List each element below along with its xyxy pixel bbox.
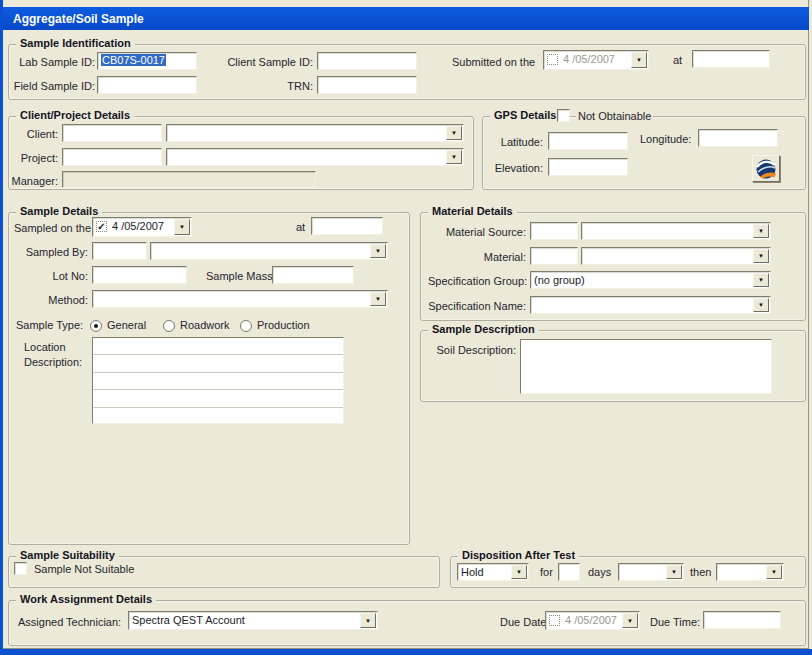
disposition-hold-dropdown-icon[interactable]: ▼	[511, 565, 527, 579]
disposition-then-label: then	[690, 566, 711, 578]
client-code-input[interactable]	[62, 124, 162, 142]
specification-name-dropdown-icon[interactable]: ▼	[753, 298, 769, 312]
group-title-sample-suitability: Sample Suitability	[16, 549, 119, 561]
sampled-date-checkbox[interactable]: ✓	[96, 221, 107, 232]
material-code-input[interactable]	[530, 247, 578, 265]
material-source-dropdown-icon[interactable]: ▼	[753, 224, 769, 238]
longitude-input[interactable]	[698, 129, 778, 147]
material-label: Material:	[428, 251, 526, 263]
sample-type-label: Sample Type:	[16, 319, 83, 331]
submitted-at-label: at	[673, 54, 682, 66]
client-combo-dropdown-icon[interactable]: ▼	[446, 126, 462, 140]
client-label: Client:	[10, 128, 58, 140]
specification-group-value: (no group)	[534, 274, 752, 286]
due-time-label: Due Time:	[650, 616, 700, 628]
submitted-date-picker[interactable]: 4 /05/2007 ▼	[543, 50, 649, 70]
location-description-input[interactable]	[92, 337, 344, 424]
disposition-days-label: days	[588, 566, 611, 578]
sampled-at-label: at	[296, 221, 305, 233]
submitted-on-label: Submitted on the	[452, 56, 535, 68]
project-code-input[interactable]	[62, 148, 162, 166]
aggregate-soil-sample-window: Aggregate/Soil Sample Sample Identificat…	[0, 0, 812, 655]
disposition-hold-combo[interactable]: Hold ▼	[457, 563, 529, 581]
specification-group-dropdown-icon[interactable]: ▼	[753, 273, 769, 287]
material-dropdown-icon[interactable]: ▼	[753, 249, 769, 263]
sample-not-suitable-label: Sample Not Suitable	[34, 563, 134, 575]
specification-name-combo[interactable]: ▼	[530, 296, 771, 314]
group-title-client-project: Client/Project Details	[16, 109, 134, 121]
client-sample-id-label: Client Sample ID:	[225, 56, 313, 68]
submitted-date-value: 4 /05/2007	[563, 53, 615, 65]
sample-not-suitable-checkbox[interactable]	[14, 562, 27, 575]
disposition-then-combo[interactable]: ▼	[716, 563, 784, 581]
disposition-then-dropdown-icon[interactable]: ▼	[766, 565, 782, 579]
sampled-date-value: 4 /05/2007	[112, 220, 164, 232]
soil-description-textarea[interactable]	[520, 339, 772, 394]
disposition-days-combo[interactable]: ▼	[618, 563, 684, 581]
elevation-input[interactable]	[548, 158, 628, 176]
soil-description-label: Soil Description:	[425, 344, 516, 356]
assigned-technician-value: Spectra QEST Account	[132, 614, 359, 626]
gps-globe-button[interactable]	[752, 155, 780, 182]
material-source-label: Material Source:	[428, 226, 526, 238]
due-date-checkbox[interactable]	[549, 615, 560, 626]
method-label: Method:	[30, 294, 88, 306]
specification-group-combo[interactable]: (no group) ▼	[530, 271, 771, 289]
window-left-edge	[0, 0, 3, 655]
project-combo[interactable]: ▼	[166, 148, 464, 166]
trn-input[interactable]	[317, 76, 417, 94]
sampled-by-dropdown-icon[interactable]: ▼	[370, 244, 386, 258]
material-source-code-input[interactable]	[530, 222, 578, 240]
lab-sample-id-label: Lab Sample ID:	[10, 56, 95, 68]
radio-production[interactable]	[240, 320, 252, 332]
due-date-dropdown-icon[interactable]: ▼	[622, 613, 638, 628]
method-combo[interactable]: ▼	[92, 290, 388, 308]
window-titlebar[interactable]: Aggregate/Soil Sample	[3, 7, 809, 30]
radio-roadwork-label: Roadwork	[180, 319, 230, 331]
sampled-date-dropdown-icon[interactable]: ▼	[174, 219, 190, 235]
material-combo[interactable]: ▼	[581, 247, 771, 265]
radio-general[interactable]	[90, 320, 102, 332]
disposition-hold-value: Hold	[461, 566, 510, 578]
submitted-date-dropdown-icon[interactable]: ▼	[631, 52, 647, 68]
sample-mass-input[interactable]	[272, 266, 354, 284]
longitude-label: Longitude:	[640, 133, 691, 145]
sampled-by-code-input[interactable]	[92, 242, 147, 260]
window-bottom-edge	[0, 649, 812, 655]
group-title-sample-description: Sample Description	[428, 323, 539, 335]
assigned-technician-dropdown-icon[interactable]: ▼	[360, 613, 376, 628]
radio-roadwork[interactable]	[163, 320, 175, 332]
sampled-by-label: Sampled By:	[20, 246, 88, 258]
latitude-input[interactable]	[548, 132, 628, 150]
specification-group-label: Specification Group:	[428, 275, 526, 287]
project-label: Project:	[10, 152, 58, 164]
project-combo-dropdown-icon[interactable]: ▼	[446, 150, 462, 164]
due-date-picker[interactable]: 4 /05/2007 ▼	[545, 611, 640, 630]
client-sample-id-input[interactable]	[317, 52, 417, 70]
lab-sample-id-input[interactable]: CB07S-0017	[97, 52, 197, 70]
gps-not-obtainable-checkbox[interactable]	[557, 109, 570, 122]
trn-label: TRN:	[225, 80, 313, 92]
method-dropdown-icon[interactable]: ▼	[370, 292, 386, 306]
manager-field	[62, 171, 316, 188]
disposition-days-input[interactable]	[558, 563, 580, 581]
location-description-label-line2: Description:	[24, 356, 82, 368]
disposition-days-dropdown-icon[interactable]: ▼	[666, 565, 682, 579]
submitted-at-input[interactable]	[692, 50, 770, 68]
sampled-at-input[interactable]	[311, 217, 383, 235]
sampled-by-combo[interactable]: ▼	[150, 242, 388, 260]
sampled-date-picker[interactable]: ✓ 4 /05/2007 ▼	[92, 217, 192, 237]
group-title-sample-identification: Sample Identification	[16, 37, 135, 49]
field-sample-id-label: Field Sample ID:	[10, 80, 95, 92]
assigned-technician-label: Assigned Technician:	[18, 616, 121, 628]
material-source-combo[interactable]: ▼	[581, 222, 771, 240]
sampled-on-label: Sampled on the	[14, 222, 91, 234]
due-time-input[interactable]	[703, 611, 781, 629]
field-sample-id-input[interactable]	[97, 76, 197, 94]
due-date-value: 4 /05/2007	[565, 614, 617, 626]
submitted-date-checkbox[interactable]	[547, 54, 558, 65]
assigned-technician-combo[interactable]: Spectra QEST Account ▼	[128, 611, 378, 630]
lot-no-input[interactable]	[92, 266, 187, 284]
group-title-gps-details: GPS Details	[490, 109, 560, 121]
client-combo[interactable]: ▼	[166, 124, 464, 142]
